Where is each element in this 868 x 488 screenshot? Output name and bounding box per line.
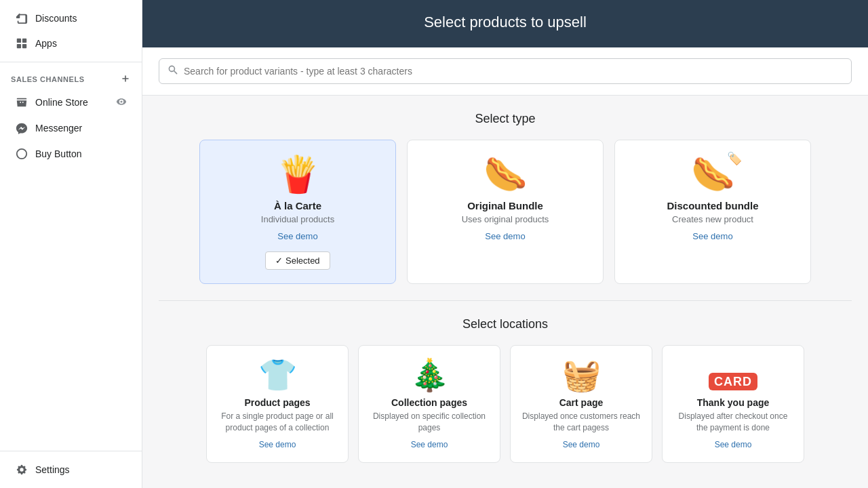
collection-pages-title: Collection pages — [368, 397, 490, 408]
a-la-carte-title: À la Carte — [211, 200, 384, 211]
a-la-carte-desc: Individual products — [211, 214, 384, 224]
svg-rect-3 — [22, 44, 26, 48]
original-bundle-demo-link[interactable]: See demo — [485, 231, 525, 241]
sidebar-settings-label: Settings — [35, 464, 70, 475]
location-card-product-pages[interactable]: 👕 Product pages For a single product pag… — [206, 345, 349, 463]
sidebar-item-buy-button[interactable]: Buy Button — [4, 142, 138, 166]
type-card-discounted-bundle[interactable]: 🌭🏷️ Discounted bundle Creates new produc… — [614, 140, 811, 284]
thank-you-page-desc: Displayed after checkout once the paymen… — [672, 411, 794, 434]
search-bar — [159, 58, 852, 84]
sidebar-item-apps[interactable]: Apps — [4, 31, 138, 56]
collection-pages-icon: 🎄 — [368, 359, 490, 390]
collection-pages-desc: Displayed on specific collection pages — [368, 411, 490, 434]
thank-you-page-icon: CARD — [672, 359, 794, 390]
sales-channels-header: SALES CHANNELS — [0, 62, 142, 89]
cart-page-desc: Displayed once customers reach the cart … — [520, 411, 642, 434]
original-bundle-desc: Uses original products — [418, 214, 592, 224]
store-icon — [15, 96, 28, 109]
collection-pages-demo-link[interactable]: See demo — [411, 440, 448, 449]
product-pages-title: Product pages — [216, 397, 338, 408]
gear-icon — [15, 463, 28, 476]
discounted-bundle-icon: 🌭🏷️ — [691, 157, 735, 192]
apps-icon — [15, 37, 28, 50]
location-card-cart-page[interactable]: 🧺 Cart page Displayed once customers rea… — [510, 345, 652, 463]
cart-page-title: Cart page — [520, 397, 642, 408]
search-bar-section — [142, 47, 868, 96]
original-bundle-icon: 🌭 — [418, 157, 592, 192]
search-icon — [167, 64, 178, 78]
select-locations-section: Select locations 👕 Product pages For a s… — [142, 301, 868, 479]
svg-rect-0 — [17, 39, 21, 43]
sidebar-item-messenger[interactable]: Messenger — [4, 116, 138, 140]
online-store-eye-icon[interactable] — [116, 96, 127, 109]
selected-badge: ✓ Selected — [265, 251, 330, 270]
sidebar-online-store-label: Online Store — [35, 97, 88, 108]
product-pages-desc: For a single product page or all product… — [216, 411, 338, 434]
type-card-a-la-carte[interactable]: 🍟 À la Carte Individual products See dem… — [199, 140, 396, 284]
a-la-carte-demo-link[interactable]: See demo — [277, 231, 317, 241]
a-la-carte-icon: 🍟 — [211, 157, 384, 192]
select-type-title: Select type — [159, 112, 852, 126]
tag-icon — [15, 12, 28, 25]
buy-button-icon — [15, 147, 28, 161]
type-card-original-bundle[interactable]: 🌭 Original Bundle Uses original products… — [407, 140, 604, 284]
product-pages-demo-link[interactable]: See demo — [259, 440, 296, 449]
sidebar: Discounts Apps SALES CHANNELS Online Sto… — [0, 0, 142, 488]
sidebar-discounts-label: Discounts — [35, 13, 77, 24]
sidebar-item-discounts[interactable]: Discounts — [4, 6, 138, 30]
discounted-bundle-demo-link[interactable]: See demo — [692, 231, 732, 241]
main-content: Select products to upsell Select type 🍟 … — [142, 0, 868, 488]
svg-rect-1 — [22, 39, 26, 43]
original-bundle-title: Original Bundle — [418, 200, 592, 211]
discounted-bundle-desc: Creates new product — [626, 214, 800, 224]
thank-you-page-title: Thank you page — [672, 397, 794, 408]
location-card-collection-pages[interactable]: 🎄 Collection pages Displayed on specific… — [358, 345, 500, 463]
select-locations-title: Select locations — [159, 317, 852, 331]
product-pages-icon: 👕 — [216, 359, 338, 390]
discounted-bundle-title: Discounted bundle — [626, 200, 800, 211]
cart-page-icon: 🧺 — [520, 359, 642, 390]
add-sales-channel-icon[interactable] — [120, 73, 131, 85]
sidebar-item-online-store[interactable]: Online Store — [4, 90, 138, 115]
page-title: Select products to upsell — [159, 14, 852, 31]
location-card-thank-you-page[interactable]: CARD Thank you page Displayed after chec… — [662, 345, 804, 463]
thank-you-page-demo-link[interactable]: See demo — [715, 440, 752, 449]
svg-point-4 — [17, 149, 26, 159]
cart-page-demo-link[interactable]: See demo — [563, 440, 600, 449]
svg-rect-2 — [17, 44, 21, 48]
messenger-icon — [15, 121, 28, 135]
location-cards-row: 👕 Product pages For a single product pag… — [159, 345, 852, 463]
select-type-section: Select type 🍟 À la Carte Individual prod… — [142, 96, 868, 300]
main-header: Select products to upsell — [142, 0, 868, 47]
type-cards-row: 🍟 À la Carte Individual products See dem… — [159, 140, 852, 284]
sidebar-item-settings[interactable]: Settings — [4, 458, 138, 482]
search-input[interactable] — [184, 66, 843, 77]
sidebar-buy-button-label: Buy Button — [35, 148, 82, 159]
sidebar-messenger-label: Messenger — [35, 123, 82, 134]
sidebar-apps-label: Apps — [35, 38, 57, 49]
